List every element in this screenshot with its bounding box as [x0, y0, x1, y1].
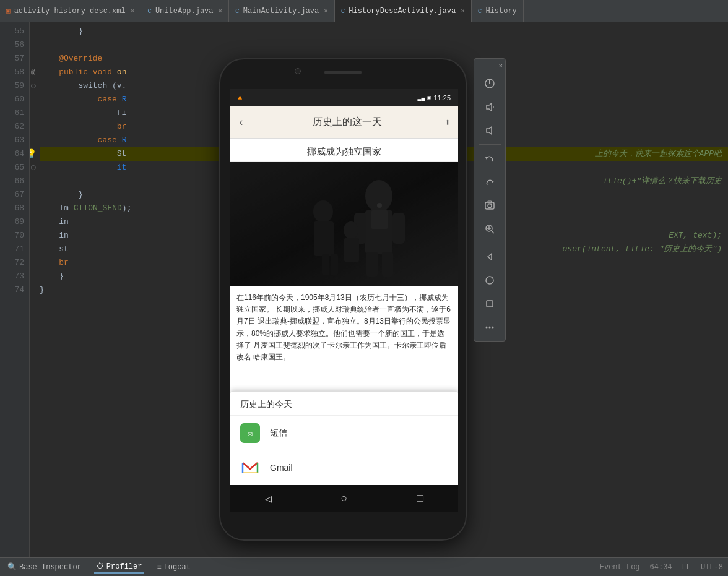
- share-dialog: 历史上的今天 ✉ 短信: [230, 391, 458, 485]
- svg-marker-25: [492, 181, 494, 183]
- tab-label-3: MainActivity.java: [243, 7, 319, 15]
- tab-close-xml[interactable]: ×: [131, 7, 135, 15]
- phone-screen: ▲ ▂▄ ▣ 11:25 ‹ 历史上的这一天 ⬆ 挪威成为独立国家: [230, 89, 458, 512]
- emulator-toolbar-header: − ×: [474, 61, 505, 71]
- phone-status-bar: ▲ ▂▄ ▣ 11:25: [230, 89, 458, 106]
- svg-point-36: [486, 327, 488, 329]
- nav-back-button[interactable]: ◁: [265, 492, 272, 505]
- xml-icon: ▣: [6, 7, 11, 15]
- phone-emulator: ▲ ▂▄ ▣ 11:25 ‹ 历史上的这一天 ⬆ 挪威成为独立国家: [219, 58, 485, 553]
- tab-history[interactable]: C History: [472, 0, 524, 22]
- emulator-volume-down-btn[interactable]: [477, 119, 502, 142]
- phone-camera: [295, 68, 301, 74]
- emulator-power-btn[interactable]: [477, 72, 502, 95]
- tab-label-2: UniteApp.java: [155, 7, 214, 15]
- profiler-icon: ⏱: [97, 562, 104, 571]
- phone-share-button[interactable]: ⬆: [444, 116, 451, 129]
- emulator-volume-up-btn[interactable]: [477, 96, 502, 118]
- emulator-back-btn[interactable]: [477, 246, 502, 268]
- tab-historydesc[interactable]: C HistoryDescActivity.java ×: [335, 0, 472, 22]
- svg-point-27: [488, 204, 492, 208]
- tab-mainactivity[interactable]: C MainActivity.java ×: [229, 0, 335, 22]
- svg-point-34: [486, 277, 493, 284]
- phone-app-bar: ‹ 历史上的这一天 ⬆: [230, 106, 458, 139]
- shield-59: ◯: [31, 79, 35, 93]
- status-time: 11:25: [433, 94, 451, 101]
- emulator-close-btn[interactable]: ×: [498, 62, 503, 70]
- phone-nav-bar: ◁ ○ □: [230, 485, 458, 512]
- svg-rect-35: [487, 301, 493, 307]
- emulator-zoom-btn[interactable]: [477, 218, 502, 240]
- at-icon-58: @: [31, 66, 35, 79]
- share-sms-item[interactable]: ✉ 短信: [230, 416, 458, 450]
- java-icon-1: C: [147, 7, 152, 15]
- intent-comment-68: CTION_SEND: [74, 202, 122, 215]
- svg-text:✉: ✉: [248, 429, 253, 439]
- text-comment-70: EXT, text);: [669, 229, 722, 243]
- emulator-rotate-right-btn[interactable]: [477, 171, 502, 193]
- toolbar-divider-2: [479, 243, 501, 243]
- base-inspector-btn[interactable]: 🔍 Base Inspector: [5, 561, 84, 573]
- tab-xml[interactable]: ▣ activity_history_desc.xml ×: [0, 0, 141, 22]
- logcat-icon: ≡: [157, 563, 161, 572]
- article-text: 在116年前的今天，1905年8月13日（农历七月十三），挪威成为独立国家。 长…: [236, 293, 451, 361]
- gmail-label: Gmail: [270, 463, 293, 473]
- svg-line-30: [492, 231, 494, 233]
- phone-app-title: 历史上的这一天: [249, 116, 445, 129]
- bottom-right: Event Log 64:34 LF UTF-8: [600, 563, 723, 572]
- logcat-label: Logcat: [164, 563, 191, 572]
- line-numbers: 55 56 57 58 59 60 61 62 63 64 65 66 67 6…: [0, 22, 30, 557]
- article-heading: 挪威成为独立国家: [230, 139, 458, 162]
- lightbulb-icon-64: 💡: [30, 147, 37, 161]
- article-image: [230, 162, 458, 286]
- phone-back-button[interactable]: ‹: [238, 116, 245, 129]
- status-left: ▲: [238, 93, 242, 102]
- tab-label-5: History: [485, 7, 516, 15]
- comment-64: 上的今天，快来一起探索这个APP吧: [595, 147, 722, 161]
- emulator-screenshot-btn[interactable]: [477, 194, 502, 217]
- event-log-label[interactable]: Event Log: [600, 563, 640, 572]
- gmail-icon: [240, 458, 260, 478]
- sms-label: 短信: [270, 428, 287, 439]
- shield-65: ◯: [31, 161, 35, 174]
- emulator-toolbar: − ×: [474, 58, 506, 342]
- emulator-minimize-btn[interactable]: −: [492, 62, 496, 70]
- tab-close-2[interactable]: ×: [324, 7, 328, 15]
- battery-icon: ▣: [427, 94, 431, 101]
- tab-uniteapp[interactable]: C UniteApp.java ×: [141, 0, 229, 22]
- java-icon-4: C: [478, 7, 482, 15]
- comment-71: oser(intent, title: "历史上的今天"): [563, 243, 722, 256]
- svg-point-38: [492, 327, 494, 329]
- sms-icon: ✉: [240, 423, 260, 443]
- bottom-bar: 🔍 Base Inspector ⏱ Profiler ≡ Logcat Eve…: [0, 557, 728, 576]
- svg-marker-22: [487, 103, 492, 111]
- status-right: ▂▄ ▣ 11:25: [417, 94, 451, 101]
- article-body: 在116年前的今天，1905年8月13日（农历七月十三），挪威成为独立国家。 长…: [230, 286, 458, 369]
- profiler-label: Profiler: [106, 562, 142, 571]
- cursor-position: 64:34: [650, 563, 672, 572]
- tab-label-4: HistoryDescActivity.java: [349, 7, 456, 15]
- base-inspector-icon: 🔍: [7, 562, 17, 572]
- profiler-btn[interactable]: ⏱ Profiler: [94, 561, 145, 574]
- tab-close-1[interactable]: ×: [219, 7, 223, 15]
- phone-speaker: [324, 71, 362, 74]
- svg-marker-24: [485, 157, 488, 160]
- java-icon-3: C: [341, 7, 345, 15]
- emulator-home-btn[interactable]: [477, 269, 502, 291]
- java-icon-2: C: [235, 7, 240, 15]
- tab-close-3[interactable]: ×: [461, 7, 465, 15]
- encoding-label: UTF-8: [701, 563, 723, 572]
- share-gmail-item[interactable]: Gmail: [230, 450, 458, 485]
- signal-icon: ▂▄: [417, 94, 425, 101]
- svg-marker-23: [487, 127, 492, 134]
- nav-home-button[interactable]: ○: [341, 492, 348, 505]
- logcat-btn[interactable]: ≡ Logcat: [154, 562, 193, 573]
- tab-bar: ▣ activity_history_desc.xml × C UniteApp…: [0, 0, 728, 22]
- emulator-recent-btn[interactable]: [477, 293, 502, 315]
- emulator-rotate-left-btn[interactable]: [477, 147, 502, 170]
- nav-recent-button[interactable]: □: [417, 492, 423, 505]
- code-line-55: }: [40, 25, 728, 38]
- article-image-bg: [230, 162, 458, 286]
- emulator-more-btn[interactable]: [477, 316, 502, 338]
- svg-marker-33: [488, 254, 492, 260]
